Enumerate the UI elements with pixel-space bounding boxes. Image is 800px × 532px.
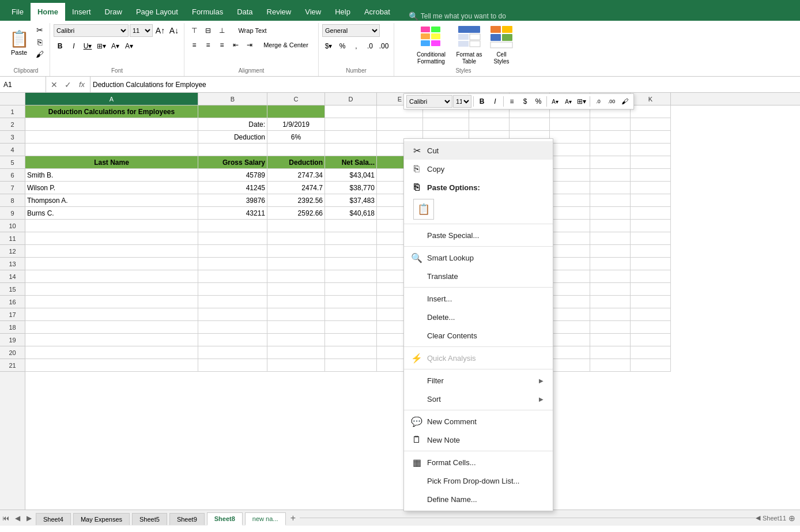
paste-options-icon: ⎘: [411, 182, 422, 193]
ctx-sep-2: [404, 246, 553, 247]
ctx-clear-contents-label: Clear Contents: [427, 331, 544, 340]
ctx-sep-5: [404, 369, 553, 369]
ctx-smart-lookup-item[interactable]: 🔍 Smart Lookup: [404, 248, 553, 267]
paste-special-icon: [411, 229, 422, 241]
new-comment-icon: 💬: [411, 416, 422, 427]
ctx-cut-label: Cut: [427, 146, 544, 155]
ctx-filter-item[interactable]: Filter ▶: [404, 371, 553, 390]
ctx-cut-item[interactable]: ✂ Cut: [404, 141, 553, 160]
translate-icon: [411, 270, 422, 282]
ctx-sep-1: [404, 224, 553, 224]
sort-icon: [411, 393, 422, 405]
ctx-smart-lookup-label: Smart Lookup: [427, 254, 544, 262]
filter-arrow-icon: ▶: [539, 378, 544, 384]
ctx-translate-label: Translate: [427, 272, 544, 281]
ctx-clear-contents-item[interactable]: Clear Contents: [404, 326, 553, 345]
ctx-insert-item[interactable]: Insert...: [404, 289, 553, 308]
ctx-paste-options-label: Paste Options:: [427, 183, 544, 192]
ctx-paste-special-label: Paste Special...: [427, 231, 544, 240]
ctx-delete-item[interactable]: Delete...: [404, 308, 553, 326]
ctx-format-cells-label: Format Cells...: [427, 458, 544, 467]
cut-icon: ✂: [411, 145, 422, 156]
ctx-format-cells-item[interactable]: ▦ Format Cells...: [404, 453, 553, 471]
ctx-sep-7: [404, 451, 553, 451]
ctx-copy-label: Copy: [427, 165, 544, 173]
ctx-define-name-item[interactable]: Define Name...: [404, 490, 553, 508]
insert-icon: [411, 293, 422, 304]
filter-icon: [411, 375, 422, 386]
ctx-sep-3: [404, 287, 553, 288]
ctx-paste-clipboard-icon[interactable]: 📋: [413, 199, 434, 220]
ctx-sort-label: Sort: [427, 395, 534, 403]
ctx-new-note-label: New Note: [427, 436, 544, 444]
ctx-filter-label: Filter: [427, 376, 534, 385]
new-note-icon: 🗒: [411, 434, 422, 446]
context-menu-overlay[interactable]: [0, 0, 800, 526]
define-name-icon: [411, 493, 422, 505]
ctx-define-name-label: Define Name...: [427, 495, 544, 504]
ctx-insert-label: Insert...: [427, 295, 544, 303]
format-cells-icon: ▦: [411, 456, 422, 468]
ctx-quick-analysis-label: Quick Analysis: [427, 354, 544, 363]
ctx-delete-label: Delete...: [427, 313, 544, 322]
ctx-translate-item[interactable]: Translate: [404, 267, 553, 285]
context-menu: ✂ Cut ⎘ Copy ⎘ Paste Options: 📋 Paste Sp…: [403, 138, 553, 511]
sort-arrow-icon: ▶: [539, 396, 544, 402]
copy-icon: ⎘: [411, 163, 422, 175]
ctx-sort-item[interactable]: Sort ▶: [404, 390, 553, 408]
delete-icon: [411, 311, 422, 323]
ctx-paste-options-header: ⎘ Paste Options:: [404, 178, 553, 197]
ctx-sep-6: [404, 410, 553, 410]
ctx-new-note-item[interactable]: 🗒 New Note: [404, 431, 553, 449]
ctx-new-comment-item[interactable]: 💬 New Comment: [404, 412, 553, 431]
ctx-copy-item[interactable]: ⎘ Copy: [404, 160, 553, 178]
ctx-new-comment-label: New Comment: [427, 417, 544, 426]
quick-analysis-icon: ⚡: [411, 352, 422, 364]
ctx-quick-analysis-item: ⚡ Quick Analysis: [404, 349, 553, 367]
pick-dropdown-icon: [411, 475, 422, 486]
ctx-paste-area: 📋: [404, 197, 553, 222]
smart-lookup-icon: 🔍: [411, 252, 422, 263]
ctx-pick-dropdown-label: Pick From Drop-down List...: [427, 477, 544, 485]
ctx-paste-special-item[interactable]: Paste Special...: [404, 226, 553, 244]
ctx-sep-4: [404, 346, 553, 347]
clear-contents-icon: [411, 330, 422, 341]
ctx-pick-dropdown-item[interactable]: Pick From Drop-down List...: [404, 471, 553, 490]
